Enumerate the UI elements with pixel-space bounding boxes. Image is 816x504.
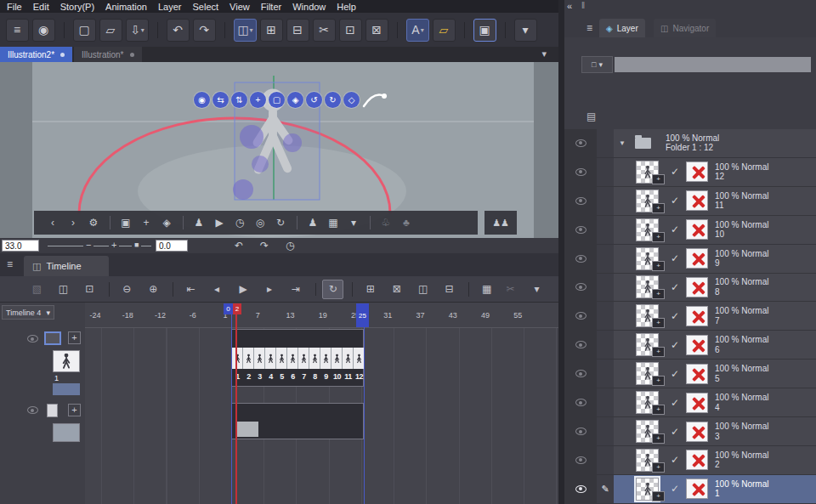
layer-thumbnail[interactable]: + [636,247,659,270]
object-scale-icon[interactable]: ◈ [287,92,303,108]
timeline-palette-menu-icon[interactable]: ≡ [7,258,13,270]
layer-row[interactable]: ✎ + ✓ [564,331,816,360]
main-menu-button[interactable]: ≡ [6,19,29,42]
selected-cel-indicator[interactable] [53,383,80,395]
play-button[interactable]: ▶ [233,280,254,299]
menu-item[interactable]: View [230,2,250,12]
specify-cel-button[interactable]: ◫ [412,280,434,299]
cel-thumbnail[interactable] [343,348,354,369]
layer-row[interactable]: ✎ + ✓ [564,216,816,245]
cel-thumbnail[interactable] [320,348,332,369]
eye-icon[interactable] [575,197,586,205]
camera-view-button[interactable]: ▣ [118,213,133,232]
menu-item[interactable]: Edit [33,2,49,12]
loop-play-button[interactable]: ↻ [322,280,343,299]
keyframe-thumbnail[interactable] [686,190,708,211]
layer-thumbnail[interactable]: + [636,333,659,356]
animation-folder-clip[interactable]: 123456789101112 [231,329,364,387]
keyframe-thumbnail[interactable] [686,479,708,499]
playback-end-marker[interactable]: 25 [356,303,369,327]
pose-figure-button[interactable]: ♟ [191,213,207,232]
material-folder-button[interactable]: ▱ [433,19,456,42]
prev-object-button[interactable]: ‹ [45,213,60,232]
layer-palette-menu-icon[interactable]: ≡ [586,22,592,34]
dock-collapse-icon[interactable]: « [567,1,572,11]
go-end-button[interactable]: ⇥ [285,280,306,299]
rotate-left-icon[interactable]: ↺ [306,92,322,108]
eye-icon[interactable] [575,226,586,234]
eye-icon[interactable] [27,406,38,414]
layer-row[interactable]: ✎ + ✓ [564,388,816,417]
menu-item[interactable]: Layer [158,2,182,12]
clock-icon[interactable]: ◷ [286,240,294,252]
blend-mode-dropdown[interactable]: □ ▾ [581,56,613,73]
add-figure-button[interactable]: ♟ [305,213,320,232]
cel-thumbnail[interactable] [332,348,343,369]
keyframe-thumbnail[interactable] [686,450,708,470]
cel-thumbnail[interactable] [254,348,265,369]
menu-item[interactable]: Story(P) [60,2,94,12]
zoom-in-button[interactable]: ⊕ [143,280,164,299]
subview-button[interactable]: ▣ [473,19,496,42]
layer-visibility-cell[interactable] [564,360,597,388]
timeline-track-area[interactable]: 123456789101112 [85,328,558,504]
joint-handle-hip[interactable] [252,156,269,173]
cel-thumbnail[interactable] [243,348,254,369]
menu-item[interactable]: Animation [105,2,147,12]
loop-view-button[interactable]: ↻ [273,213,288,232]
delete-timeline-cel-button[interactable]: ⊟ [439,280,460,299]
tab-layer[interactable]: ◈ Layer [599,19,645,37]
eye-icon[interactable] [575,399,586,406]
eye-icon[interactable] [575,370,586,377]
layer-folder-row[interactable]: ▼ 100 % Normal Folder 1 : 12 [564,129,816,158]
layer-visibility-cell[interactable] [564,158,597,186]
layer-visibility-cell[interactable] [564,475,597,503]
pose-tool-icon[interactable]: ◇ [343,92,360,108]
keyframe-thumbnail[interactable] [686,277,708,297]
timeline-options-button[interactable]: ▧ [26,280,48,299]
layer-thumbnail[interactable]: + [636,391,659,414]
text-tool-button[interactable]: A ▾ [406,19,429,42]
menu-item[interactable]: Help [337,2,356,12]
go-start-button[interactable]: ⇤ [180,280,201,299]
layer-row-content[interactable]: + ✓ 100 % Normal 5 [614,360,816,388]
layer-row[interactable]: ✎ + ✓ [564,360,816,388]
layer-row-content[interactable]: + ✓ 100 % Normal 12 [614,158,816,186]
menu-item[interactable]: File [7,2,22,12]
layer-visibility-cell[interactable] [564,388,597,416]
next-object-button[interactable]: › [65,213,81,232]
new-cel-button[interactable]: ⊞ [260,19,283,42]
undo-button[interactable]: ↶ [167,19,190,42]
keyframe-thumbnail[interactable] [686,161,708,182]
onion-skin-toggle[interactable]: ▦ [476,280,497,299]
time-button[interactable]: ◷ [232,213,247,232]
cel-thumbnail[interactable] [265,348,276,369]
layer-row[interactable]: ✎ + ✓ [564,245,816,274]
cel-thumbnail[interactable] [287,348,298,369]
object-settings-button[interactable]: ⚙ [86,213,101,232]
zoom-out-button[interactable]: ⊖ [116,280,138,299]
layer-row[interactable]: ✎ + ✓ [564,446,816,475]
eye-icon[interactable] [575,341,586,348]
keyframe-thumbnail[interactable] [686,248,708,269]
mirror-button[interactable]: ♣ [399,213,414,232]
layer-thumbnail[interactable]: + [636,190,659,212]
cel-display-button[interactable]: ◫ [53,280,74,299]
object-move-icon[interactable]: + [250,92,266,108]
layer-visibility-cell[interactable] [564,129,597,157]
animation-folder-icon[interactable] [44,331,61,345]
document-tab[interactable]: Illustration2* [0,47,72,62]
grid-options-caret[interactable]: ▾ [346,213,361,232]
layer-thumbnail[interactable]: + [636,161,659,184]
paper-layer-clip[interactable] [231,403,364,439]
layer-visibility-cell[interactable] [564,274,597,302]
slider-plus-button[interactable]: + [109,240,119,250]
layer-row[interactable]: ✎ + ✓ [564,274,816,303]
layer-row[interactable]: ✎ + ✓ [564,302,816,331]
layer-visibility-cell[interactable] [564,245,597,273]
eye-icon[interactable] [575,283,586,291]
layer-row-content[interactable]: + ✓ 100 % Normal 10 [614,216,816,244]
new-cel-plus-button[interactable]: + [68,331,81,344]
redo-button[interactable]: ↷ [193,19,216,42]
layer-thumbnail[interactable]: + [636,449,659,472]
